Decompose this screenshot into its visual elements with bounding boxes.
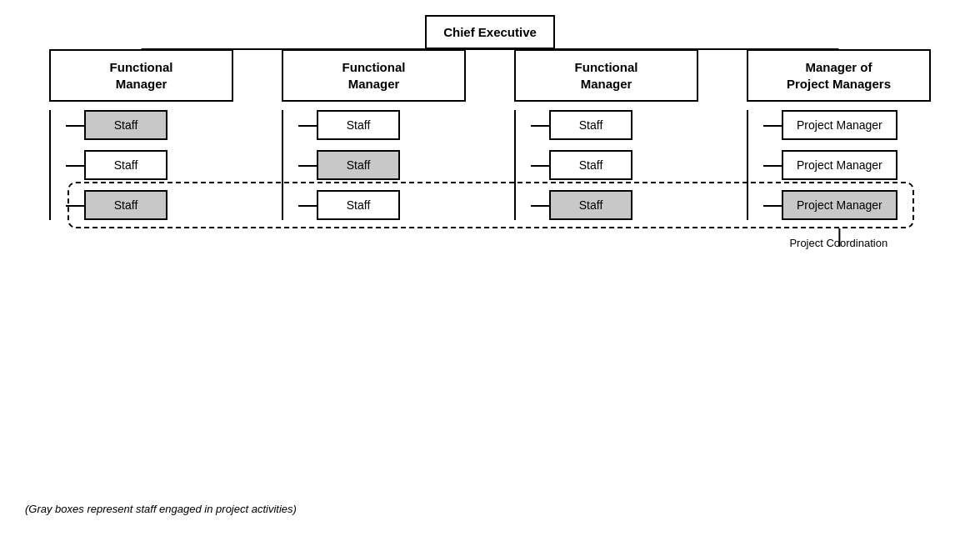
staff-row: Staff [549,110,698,140]
caption-text: (Gray boxes represent staff engaged in p… [25,503,297,515]
staff-area-2: Staff Staff Staff [282,110,466,230]
chief-executive-box: Chief Executive [425,15,555,49]
org-chart-diagram: Chief Executive FunctionalManager Staff … [0,0,980,536]
manager-label-1: FunctionalManager [110,60,173,91]
staff-row: Staff [317,110,466,140]
staff-box-2-1: Staff [317,110,400,140]
staff-box-3-2: Staff [549,150,632,180]
staff-area-1: Staff Staff Staff [49,110,233,230]
project-manager-box-2: Project Manager [782,150,898,180]
chief-title: Chief Executive [443,25,537,39]
project-manager-box-3: Project Manager [782,190,898,220]
column-3: FunctionalManager Staff Staff Staff [504,49,709,230]
manager-label-4: Manager ofProject Managers [787,60,891,91]
staff-box-3-3: Staff [549,190,632,220]
staff-row: Staff [549,150,698,180]
staff-row: Staff [84,190,233,220]
staff-box-3-1: Staff [549,110,632,140]
staff-row: Staff [317,190,466,220]
staff-area-4: Project Manager Project Manager Project … [747,110,931,230]
staff-row: Staff [84,150,233,180]
column-2: FunctionalManager Staff Staff Staff [272,49,477,230]
project-coord-text: Project Coordination [789,237,888,249]
staff-box-1-3: Staff [84,190,168,220]
manager-box-4: Manager ofProject Managers [747,49,931,102]
project-coordination-label: Project Coordination [789,237,888,249]
staff-row: Staff [549,190,698,220]
manager-box-2: FunctionalManager [282,49,466,102]
staff-area-3: Staff Staff Staff [514,110,698,230]
project-manager-row: Project Manager [782,190,931,220]
staff-box-1-1: Staff [84,110,168,140]
staff-box-2-2: Staff [317,150,400,180]
caption-label: (Gray boxes represent staff engaged in p… [25,503,297,515]
manager-box-3: FunctionalManager [514,49,698,102]
column-4: Manager ofProject Managers Project Manag… [737,49,942,230]
manager-box-1: FunctionalManager [49,49,233,102]
staff-row: Staff [84,110,233,140]
project-manager-row: Project Manager [782,110,931,140]
staff-box-2-3: Staff [317,190,400,220]
manager-label-3: FunctionalManager [575,60,638,91]
staff-box-1-2: Staff [84,150,168,180]
manager-label-2: FunctionalManager [342,60,406,91]
column-1: FunctionalManager Staff Staff Staff [39,49,244,230]
project-manager-box-1: Project Manager [782,110,898,140]
staff-row: Staff [317,150,466,180]
project-manager-row: Project Manager [782,150,931,180]
